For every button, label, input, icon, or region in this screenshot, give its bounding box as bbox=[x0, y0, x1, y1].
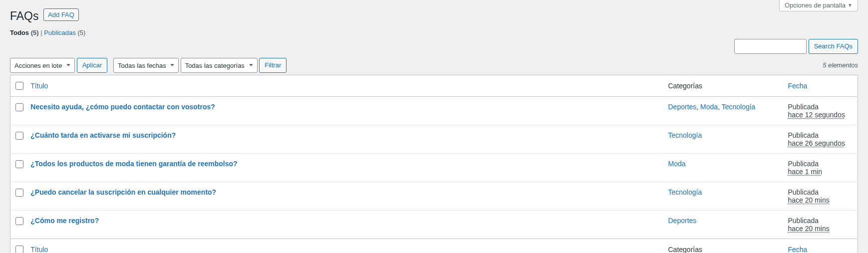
filter-button[interactable]: Filtrar bbox=[259, 58, 287, 73]
col-date-header[interactable]: Fecha bbox=[783, 75, 858, 97]
row-categories: Tecnología bbox=[663, 125, 783, 154]
search-input[interactable] bbox=[734, 39, 807, 54]
row-categories: Deportes, Moda, Tecnología bbox=[663, 97, 783, 125]
add-faq-button[interactable]: Add FAQ bbox=[43, 8, 79, 21]
row-checkbox[interactable] bbox=[15, 103, 23, 111]
select-all-top[interactable] bbox=[15, 82, 23, 90]
category-link[interactable]: Deportes bbox=[668, 103, 697, 111]
item-count: 5 elementos bbox=[823, 58, 858, 73]
category-link[interactable]: Tecnología bbox=[668, 131, 702, 139]
category-link[interactable]: Deportes bbox=[668, 217, 697, 225]
screen-options-label: Opciones de pantalla bbox=[785, 1, 846, 9]
col-categories-footer: Categorías bbox=[663, 239, 783, 253]
row-title-link[interactable]: ¿Puedo cancelar la suscripción en cualqu… bbox=[30, 188, 216, 196]
row-date: Publicadahace 26 segundos bbox=[783, 125, 858, 154]
row-date: Publicadahace 12 segundos bbox=[783, 97, 858, 125]
page-title: FAQs bbox=[10, 5, 39, 25]
view-published[interactable]: Publicadas (5) bbox=[44, 29, 85, 36]
select-all-bottom[interactable] bbox=[15, 246, 23, 253]
col-categories-header: Categorías bbox=[663, 75, 783, 97]
row-checkbox[interactable] bbox=[15, 160, 23, 168]
col-title-header[interactable]: Título bbox=[25, 75, 663, 97]
row-title-link[interactable]: Necesito ayuda, ¿cómo puedo contactar co… bbox=[30, 103, 215, 111]
category-link[interactable]: Moda bbox=[668, 160, 686, 168]
row-date: Publicadahace 20 mins bbox=[783, 211, 858, 239]
faq-table: Título Categorías Fecha Necesito ayuda, … bbox=[10, 75, 858, 253]
filter-dates-select[interactable]: Todas las fechas bbox=[113, 58, 179, 73]
apply-button[interactable]: Aplicar bbox=[77, 58, 108, 73]
row-checkbox[interactable] bbox=[15, 189, 23, 197]
screen-options-toggle[interactable]: Opciones de pantalla ▼ bbox=[779, 0, 858, 11]
category-link[interactable]: Tecnología bbox=[668, 188, 702, 196]
row-checkbox[interactable] bbox=[15, 132, 23, 140]
row-checkbox[interactable] bbox=[15, 217, 23, 225]
table-row: ¿Puedo cancelar la suscripción en cualqu… bbox=[10, 182, 858, 211]
search-button[interactable]: Search FAQs bbox=[809, 39, 858, 54]
table-row: ¿Cuánto tarda en activarse mi suscripció… bbox=[10, 125, 858, 154]
row-date: Publicadahace 1 min bbox=[783, 154, 858, 182]
col-title-footer[interactable]: Título bbox=[25, 239, 663, 253]
chevron-down-icon: ▼ bbox=[848, 2, 853, 8]
row-date: Publicadahace 20 mins bbox=[783, 182, 858, 211]
col-date-footer[interactable]: Fecha bbox=[783, 239, 858, 253]
row-categories: Moda bbox=[663, 154, 783, 182]
filter-categories-select[interactable]: Todas las categorías bbox=[181, 58, 258, 73]
row-categories: Tecnología bbox=[663, 182, 783, 211]
row-title-link[interactable]: ¿Cómo me registro? bbox=[30, 217, 99, 225]
view-filters: Todos (5) | Publicadas (5) bbox=[10, 29, 858, 36]
category-link[interactable]: Moda bbox=[700, 103, 718, 111]
row-title-link[interactable]: ¿Cuánto tarda en activarse mi suscripció… bbox=[30, 131, 176, 139]
table-row: ¿Cómo me registro?DeportesPublicadahace … bbox=[10, 211, 858, 239]
view-all[interactable]: Todos (5) bbox=[10, 29, 40, 36]
table-row: Necesito ayuda, ¿cómo puedo contactar co… bbox=[10, 97, 858, 125]
bulk-action-select[interactable]: Acciones en lote bbox=[10, 58, 75, 73]
row-categories: Deportes bbox=[663, 211, 783, 239]
category-link[interactable]: Tecnología bbox=[722, 103, 756, 111]
table-row: ¿Todos los productos de moda tienen gara… bbox=[10, 154, 858, 182]
row-title-link[interactable]: ¿Todos los productos de moda tienen gara… bbox=[30, 160, 237, 168]
